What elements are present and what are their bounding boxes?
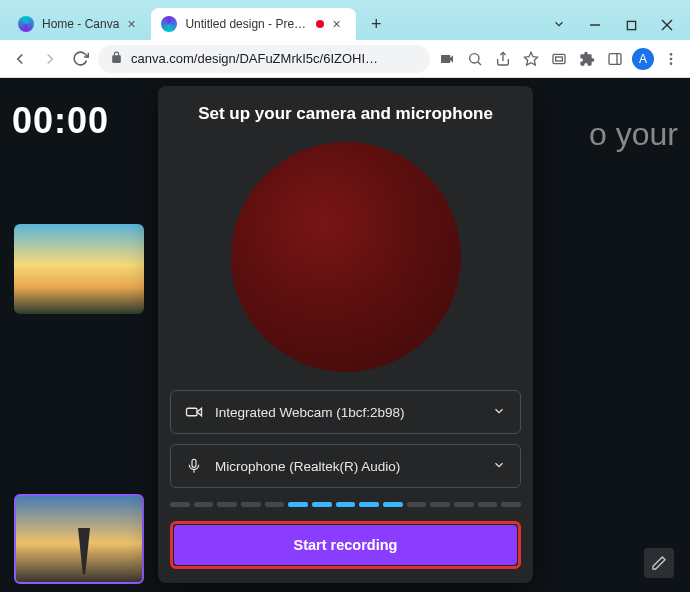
profile-initial: A (639, 52, 647, 66)
menu-icon[interactable] (660, 48, 682, 70)
svg-rect-10 (609, 53, 621, 64)
camera-preview (231, 142, 461, 372)
maximize-button[interactable] (622, 17, 640, 34)
meter-segment (194, 502, 214, 507)
svg-marker-7 (524, 52, 537, 65)
window-titlebar: Home - Canva × Untitled design - Presen … (0, 0, 690, 40)
slide-thumbnail-1[interactable] (14, 224, 144, 314)
svg-rect-17 (192, 459, 196, 467)
microphone-icon (185, 458, 203, 474)
start-recording-button[interactable]: Start recording (174, 525, 517, 565)
profile-avatar[interactable]: A (632, 48, 654, 70)
recording-setup-modal: Set up your camera and microphone Integr… (158, 86, 533, 583)
svg-rect-8 (553, 54, 565, 63)
svg-marker-16 (197, 408, 202, 416)
svg-point-14 (670, 62, 673, 65)
meter-segment (312, 502, 332, 507)
tab-untitled-design[interactable]: Untitled design - Presen × (151, 8, 356, 40)
camera-select[interactable]: Integrated Webcam (1bcf:2b98) (170, 390, 521, 434)
bookmark-icon[interactable] (520, 48, 542, 70)
meter-segment (170, 502, 190, 507)
tab-title: Home - Canva (42, 17, 119, 31)
canva-favicon (161, 16, 177, 32)
zoom-icon[interactable] (464, 48, 486, 70)
chevron-down-icon (492, 458, 506, 475)
url-text: canva.com/design/DAFuZMrkI5c/6IZOHI… (131, 51, 418, 66)
close-icon[interactable]: × (127, 17, 141, 31)
start-recording-highlight: Start recording (170, 521, 521, 569)
meter-segment (454, 502, 474, 507)
meter-segment (407, 502, 427, 507)
minimize-button[interactable] (586, 17, 604, 34)
chevron-down-icon[interactable] (550, 17, 568, 34)
svg-rect-15 (187, 408, 198, 416)
meter-segment (359, 502, 379, 507)
back-button[interactable] (8, 47, 32, 71)
meter-segment (217, 502, 237, 507)
tab-title: Untitled design - Presen (185, 17, 308, 31)
lock-icon (110, 51, 123, 67)
meter-segment (501, 502, 521, 507)
camera-icon (185, 403, 203, 421)
svg-point-12 (670, 53, 673, 56)
svg-rect-9 (556, 57, 563, 61)
window-controls (550, 17, 684, 40)
new-tab-button[interactable]: + (362, 10, 390, 38)
page-content: 00:00 o your Set up your camera and micr… (0, 78, 690, 592)
modal-title: Set up your camera and microphone (198, 104, 493, 124)
share-icon[interactable] (492, 48, 514, 70)
chevron-down-icon (492, 404, 506, 421)
recording-indicator-icon (316, 20, 324, 28)
svg-line-5 (478, 61, 481, 64)
slide-thumbnail-2[interactable] (14, 494, 144, 584)
microphone-label: Microphone (Realtek(R) Audio) (215, 459, 480, 474)
background-slide-text: o your (589, 116, 678, 153)
meter-segment (430, 502, 450, 507)
address-bar[interactable]: canva.com/design/DAFuZMrkI5c/6IZOHI… (98, 45, 430, 73)
svg-rect-1 (627, 21, 635, 29)
extensions-icon[interactable] (576, 48, 598, 70)
meter-segment (336, 502, 356, 507)
camera-label: Integrated Webcam (1bcf:2b98) (215, 405, 480, 420)
sidepanel-icon[interactable] (604, 48, 626, 70)
meter-segment (383, 502, 403, 507)
tab-overview-icon[interactable] (548, 48, 570, 70)
svg-point-13 (670, 57, 673, 60)
meter-segment (265, 502, 285, 507)
browser-toolbar: canva.com/design/DAFuZMrkI5c/6IZOHI… A (0, 40, 690, 78)
tab-home-canva[interactable]: Home - Canva × (8, 8, 151, 40)
meter-segment (478, 502, 498, 507)
reload-button[interactable] (68, 47, 92, 71)
edit-button[interactable] (644, 548, 674, 578)
canva-favicon (18, 16, 34, 32)
meter-segment (288, 502, 308, 507)
timer-display: 00:00 (12, 100, 109, 142)
forward-button[interactable] (38, 47, 62, 71)
audio-level-meter (170, 502, 521, 507)
tab-strip: Home - Canva × Untitled design - Presen … (8, 0, 390, 40)
camera-indicator-icon[interactable] (436, 48, 458, 70)
svg-point-4 (470, 53, 479, 62)
close-icon[interactable]: × (332, 17, 346, 31)
meter-segment (241, 502, 261, 507)
microphone-select[interactable]: Microphone (Realtek(R) Audio) (170, 444, 521, 488)
close-window-button[interactable] (658, 17, 676, 34)
